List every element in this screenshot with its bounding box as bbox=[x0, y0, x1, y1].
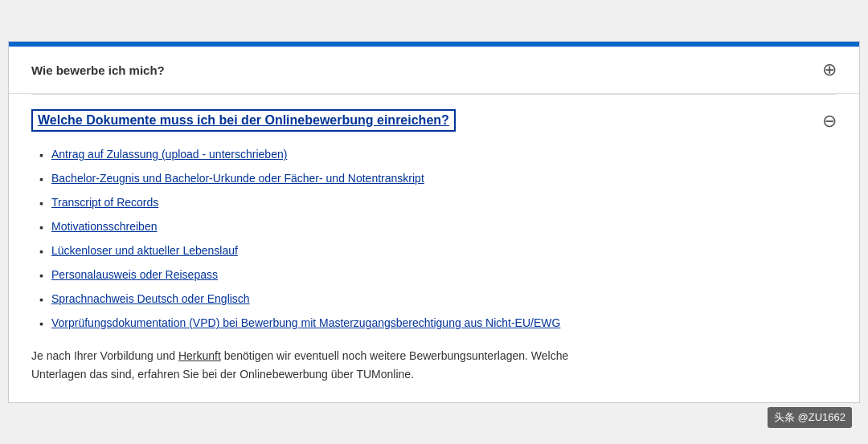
footer-text: Je nach Ihrer Vorbildung und Herkunft be… bbox=[31, 347, 837, 383]
footer-text-part3: Unterlagen das sind, erfahren Sie bei de… bbox=[31, 368, 414, 381]
footer-text-part2: benötigen wir eventuell noch weitere Bew… bbox=[221, 349, 568, 362]
expanded-section: Welche Dokumente muss ich bei der Online… bbox=[9, 95, 859, 402]
document-link-6[interactable]: Personalausweis oder Reisepass bbox=[51, 267, 218, 283]
document-link-3[interactable]: Transcript of Records bbox=[51, 194, 158, 211]
footer-link-herkunft[interactable]: Herkunft bbox=[178, 349, 221, 362]
document-link-8[interactable]: Vorprüfungsdokumentation (VPD) bei Bewer… bbox=[51, 315, 560, 332]
expanded-section-collapse-icon[interactable]: ⊖ bbox=[822, 111, 837, 132]
document-list: Antrag auf Zulassung (upload - unterschr… bbox=[39, 146, 837, 332]
collapsed-section[interactable]: Wie bewerbe ich mich? ⊕ bbox=[9, 47, 859, 94]
document-link-1[interactable]: Antrag auf Zulassung (upload - unterschr… bbox=[51, 146, 287, 163]
list-item: Vorprüfungsdokumentation (VPD) bei Bewer… bbox=[39, 315, 837, 332]
list-item: Sprachnachweis Deutsch oder Englisch bbox=[39, 291, 837, 308]
document-link-2[interactable]: Bachelor-Zeugnis und Bachelor-Urkunde od… bbox=[51, 170, 424, 187]
expanded-section-header: Welche Dokumente muss ich bei der Online… bbox=[31, 109, 837, 132]
collapsed-section-header[interactable]: Wie bewerbe ich mich? ⊕ bbox=[31, 61, 837, 79]
document-link-4[interactable]: Motivationsschreiben bbox=[51, 218, 158, 235]
list-item: Transcript of Records bbox=[39, 194, 837, 212]
list-item: Motivationsschreiben bbox=[39, 218, 837, 236]
expanded-section-title: Welche Dokumente muss ich bei der Online… bbox=[31, 109, 456, 132]
footer-text-part1: Je nach Ihrer Vorbildung und bbox=[31, 349, 178, 362]
list-item: Lückenloser und aktueller Lebenslauf bbox=[39, 242, 837, 260]
collapsed-section-expand-icon[interactable]: ⊕ bbox=[822, 61, 837, 79]
list-item: Bachelor-Zeugnis und Bachelor-Urkunde od… bbox=[39, 170, 837, 188]
list-item: Antrag auf Zulassung (upload - unterschr… bbox=[39, 146, 837, 164]
list-item: Personalausweis oder Reisepass bbox=[39, 267, 837, 284]
page-container: Wie bewerbe ich mich? ⊕ Welche Dokumente… bbox=[8, 41, 860, 403]
collapsed-section-title: Wie bewerbe ich mich? bbox=[31, 63, 165, 77]
document-link-5[interactable]: Lückenloser und aktueller Lebenslauf bbox=[51, 242, 238, 259]
document-link-7[interactable]: Sprachnachweis Deutsch oder Englisch bbox=[51, 291, 250, 308]
watermark: 头条 @ZU1662 bbox=[768, 407, 852, 428]
